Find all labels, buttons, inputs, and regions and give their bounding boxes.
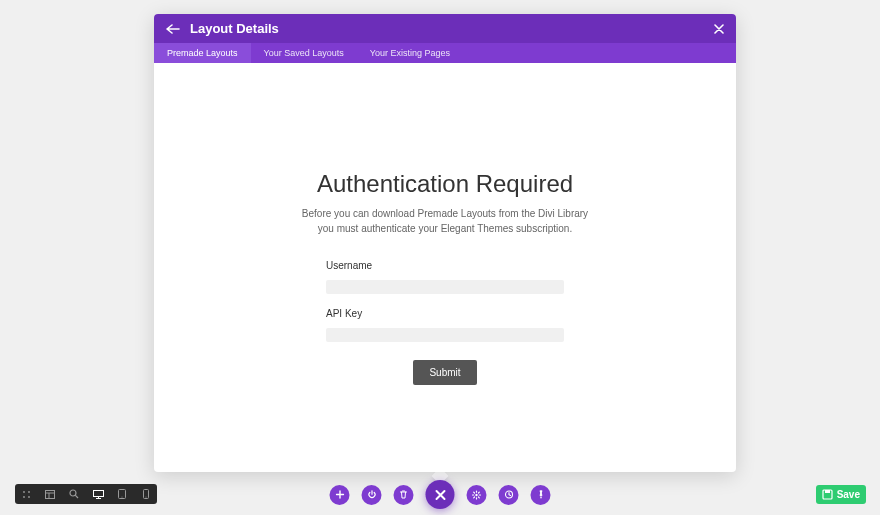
close-icon[interactable] bbox=[714, 24, 724, 34]
phone-icon[interactable] bbox=[140, 488, 152, 500]
svg-point-15 bbox=[146, 497, 147, 498]
username-field-group: Username bbox=[326, 260, 564, 294]
viewport-toolbar bbox=[15, 484, 157, 504]
auth-heading: Authentication Required bbox=[317, 170, 573, 198]
username-label: Username bbox=[326, 260, 564, 271]
svg-point-2 bbox=[23, 496, 25, 498]
save-label: Save bbox=[837, 489, 860, 500]
svg-rect-9 bbox=[93, 490, 103, 496]
svg-point-0 bbox=[23, 491, 25, 493]
desktop-icon[interactable] bbox=[92, 488, 104, 500]
help-button[interactable] bbox=[531, 485, 551, 505]
svg-line-8 bbox=[75, 495, 78, 498]
svg-point-3 bbox=[28, 496, 30, 498]
tab-saved-layouts[interactable]: Your Saved Layouts bbox=[251, 43, 357, 63]
apikey-field-group: API Key bbox=[326, 308, 564, 342]
svg-point-13 bbox=[122, 497, 123, 498]
close-center-button[interactable] bbox=[426, 480, 455, 509]
svg-rect-4 bbox=[46, 490, 55, 498]
save-icon bbox=[822, 489, 833, 500]
save-button[interactable]: Save bbox=[816, 485, 866, 504]
svg-point-16 bbox=[475, 493, 477, 495]
power-button[interactable] bbox=[362, 485, 382, 505]
drag-icon[interactable] bbox=[20, 488, 32, 500]
modal-title: Layout Details bbox=[190, 21, 279, 36]
username-input[interactable] bbox=[326, 280, 564, 294]
tab-existing-pages[interactable]: Your Existing Pages bbox=[357, 43, 463, 63]
apikey-input[interactable] bbox=[326, 328, 564, 342]
add-button[interactable] bbox=[330, 485, 350, 505]
back-arrow-icon[interactable] bbox=[166, 24, 180, 34]
apikey-label: API Key bbox=[326, 308, 564, 319]
settings-button[interactable] bbox=[467, 485, 487, 505]
svg-point-7 bbox=[70, 490, 76, 496]
history-button[interactable] bbox=[499, 485, 519, 505]
layout-modal: Layout Details Premade Layouts Your Save… bbox=[154, 14, 736, 472]
submit-button[interactable]: Submit bbox=[413, 360, 476, 385]
tablet-icon[interactable] bbox=[116, 488, 128, 500]
tab-premade-layouts[interactable]: Premade Layouts bbox=[154, 43, 251, 63]
modal-body: Authentication Required Before you can d… bbox=[154, 63, 736, 472]
action-toolbar bbox=[330, 480, 551, 509]
auth-description: Before you can download Premade Layouts … bbox=[295, 206, 595, 236]
svg-rect-21 bbox=[825, 490, 830, 493]
modal-header: Layout Details bbox=[154, 14, 736, 43]
delete-button[interactable] bbox=[394, 485, 414, 505]
wireframe-icon[interactable] bbox=[44, 488, 56, 500]
zoom-icon[interactable] bbox=[68, 488, 80, 500]
svg-point-1 bbox=[28, 491, 30, 493]
tabs-bar: Premade Layouts Your Saved Layouts Your … bbox=[154, 43, 736, 63]
